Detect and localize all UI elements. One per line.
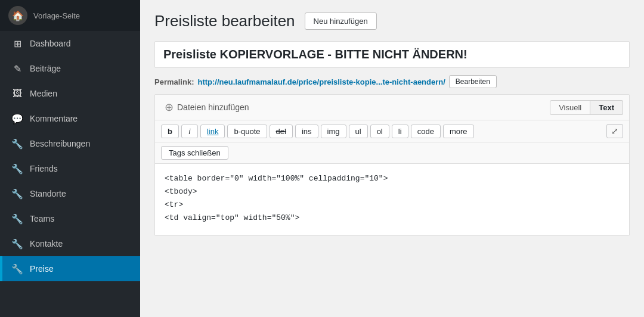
sidebar-item-beschreibungen[interactable]: 🔧 Beschreibungen xyxy=(0,131,140,156)
page-title: Preisliste bearbeiten xyxy=(154,12,295,30)
sidebar-item-beitraege[interactable]: ✎ Beiträge xyxy=(0,56,140,81)
editor-wrapper: ⊕ Dateien hinzufügen Visuell Text b i li… xyxy=(154,94,630,236)
tab-text[interactable]: Text xyxy=(590,100,623,115)
friends-icon: 🔧 xyxy=(11,162,24,175)
new-button[interactable]: Neu hinzufügen xyxy=(305,13,377,30)
permalink-label: Permalink: xyxy=(154,77,194,86)
kommentare-icon: 💬 xyxy=(11,112,24,125)
sidebar-item-label: Dashboard xyxy=(30,39,71,48)
teams-icon: 🔧 xyxy=(11,212,24,225)
permalink-url-bold: preisliste-kopie...te-nicht-aendern/ xyxy=(319,77,445,86)
sidebar-item-preise[interactable]: 🔧 Preise xyxy=(0,256,140,281)
beitraege-icon: ✎ xyxy=(11,62,24,75)
sidebar-item-teams[interactable]: 🔧 Teams xyxy=(0,206,140,231)
tags-bar: Tags schließen xyxy=(155,142,629,164)
code-area[interactable]: <table border="0" width="100%" cellpaddi… xyxy=(155,164,629,235)
format-code[interactable]: code xyxy=(411,125,441,138)
page-header: Preisliste bearbeiten Neu hinzufügen xyxy=(154,12,630,30)
standorte-icon: 🔧 xyxy=(11,187,24,200)
sidebar-item-kommentare[interactable]: 💬 Kommentare xyxy=(0,106,140,131)
kontakte-icon: 🔧 xyxy=(11,237,24,250)
sidebar-item-label: Teams xyxy=(30,214,54,223)
sidebar-item-label: Beiträge xyxy=(30,64,61,73)
format-more[interactable]: more xyxy=(443,125,474,138)
dashboard-icon: ⊞ xyxy=(11,37,24,50)
sidebar-logo-icon: 🏠 xyxy=(8,6,27,25)
code-line-2: <tbody> xyxy=(165,185,620,198)
preise-icon: 🔧 xyxy=(11,262,24,275)
post-title: Preisliste KOPIERVORLAGE - BITTE NICHT Ä… xyxy=(154,41,630,68)
code-line-4: <td valign="top" width="50%"> xyxy=(165,212,620,225)
format-italic[interactable]: i xyxy=(181,125,198,138)
format-bquote[interactable]: b-quote xyxy=(227,125,267,138)
format-li[interactable]: li xyxy=(392,125,408,138)
sidebar-item-kontakte[interactable]: 🔧 Kontakte xyxy=(0,231,140,256)
format-bar: b i link b-quote del ins img ul ol li co… xyxy=(155,120,629,142)
sidebar-item-dashboard[interactable]: ⊞ Dashboard xyxy=(0,31,140,56)
permalink-row: Permalink: http://neu.laufmamalauf.de/pr… xyxy=(154,75,630,88)
format-del[interactable]: del xyxy=(270,125,293,138)
sidebar-item-label: Beschreibungen xyxy=(30,139,90,148)
editor-top-bar: ⊕ Dateien hinzufügen Visuell Text xyxy=(155,95,629,120)
sidebar-item-label: Standorte xyxy=(30,189,66,198)
format-ins[interactable]: ins xyxy=(295,125,318,138)
format-img[interactable]: img xyxy=(321,125,346,138)
add-files-button[interactable]: ⊕ Dateien hinzufügen xyxy=(161,98,253,116)
sidebar-item-label: Friends xyxy=(30,164,58,173)
sidebar-item-label: Medien xyxy=(30,89,57,98)
sidebar: 🏠 Vorlage-Seite ⊞ Dashboard ✎ Beiträge 🖼… xyxy=(0,0,140,317)
format-ul[interactable]: ul xyxy=(349,125,368,138)
main-content: Preisliste bearbeiten Neu hinzufügen Pre… xyxy=(140,0,644,317)
tags-close-button[interactable]: Tags schließen xyxy=(161,146,228,160)
permalink-url-base: http://neu.laufmamalauf.de/price/ xyxy=(197,77,319,86)
sidebar-logo-text: Vorlage-Seite xyxy=(33,11,80,20)
sidebar-logo: 🏠 Vorlage-Seite xyxy=(0,0,140,31)
sidebar-item-medien[interactable]: 🖼 Medien xyxy=(0,81,140,106)
format-bold[interactable]: b xyxy=(161,125,179,138)
format-ol[interactable]: ol xyxy=(370,125,389,138)
medien-icon: 🖼 xyxy=(11,87,24,100)
sidebar-item-friends[interactable]: 🔧 Friends xyxy=(0,156,140,181)
expand-button[interactable]: ⤢ xyxy=(606,124,623,138)
sidebar-item-label: Kontakte xyxy=(30,239,63,248)
add-files-icon: ⊕ xyxy=(165,101,174,114)
add-files-label: Dateien hinzufügen xyxy=(177,102,249,112)
tab-visuell[interactable]: Visuell xyxy=(550,100,590,115)
code-line-3: <tr> xyxy=(165,198,620,212)
sidebar-item-label: Kommentare xyxy=(30,114,78,123)
sidebar-item-standorte[interactable]: 🔧 Standorte xyxy=(0,181,140,206)
code-line-1: <table border="0" width="100%" cellpaddi… xyxy=(165,172,620,185)
sidebar-item-label: Preise xyxy=(30,264,54,274)
beschreibungen-icon: 🔧 xyxy=(11,137,24,150)
format-link[interactable]: link xyxy=(200,125,225,138)
editor-view-tabs: Visuell Text xyxy=(550,100,623,115)
edit-permalink-button[interactable]: Bearbeiten xyxy=(449,75,497,88)
permalink-link[interactable]: http://neu.laufmamalauf.de/price/preisli… xyxy=(197,77,445,86)
